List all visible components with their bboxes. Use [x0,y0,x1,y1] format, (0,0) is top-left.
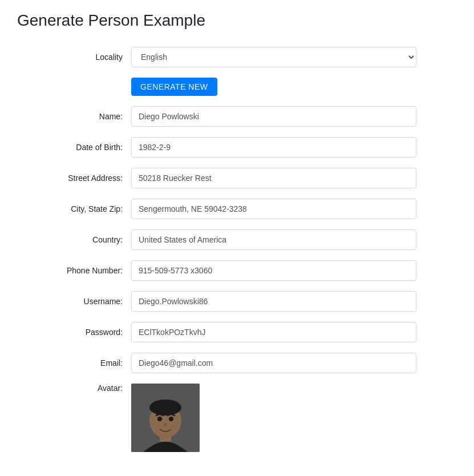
street-address-row: Street Address: [17,168,416,188]
username-label: Username: [17,297,131,306]
username-row: Username: [17,291,416,312]
username-input[interactable] [131,291,416,312]
dob-input[interactable] [131,137,416,158]
generate-new-button[interactable]: GENERATE NEW [131,78,217,96]
name-row: Name: [17,106,416,127]
street-address-label: Street Address: [17,174,131,183]
form-container: Locality English French German Spanish I… [17,47,416,452]
avatar-image [131,384,200,452]
dob-row: Date of Birth: [17,137,416,158]
locality-select[interactable]: English French German Spanish Italian Po… [131,47,416,67]
name-input[interactable] [131,106,416,127]
page-title: Generate Person Example [17,11,457,30]
svg-point-6 [157,417,162,421]
avatar-label: Avatar: [17,384,131,393]
email-label: Email: [17,358,131,368]
phone-number-label: Phone Number: [17,266,131,275]
country-input[interactable] [131,229,416,250]
avatar [131,384,200,452]
city-state-zip-row: City, State Zip: [17,199,416,219]
country-row: Country: [17,229,416,250]
email-input[interactable] [131,353,416,373]
svg-point-5 [149,400,181,416]
dob-label: Date of Birth: [17,143,131,152]
name-label: Name: [17,112,131,121]
city-state-zip-input[interactable] [131,199,416,219]
phone-number-row: Phone Number: [17,260,416,281]
password-row: Password: [17,322,416,342]
locality-row: Locality English French German Spanish I… [17,47,416,67]
city-state-zip-label: City, State Zip: [17,204,131,213]
password-input[interactable] [131,322,416,342]
country-label: Country: [17,235,131,244]
password-label: Password: [17,328,131,337]
email-row: Email: [17,353,416,373]
locality-label: Locality [17,53,131,62]
generate-button-row: GENERATE NEW [131,78,416,96]
avatar-row: Avatar: [17,384,416,452]
phone-number-input[interactable] [131,260,416,281]
street-address-input[interactable] [131,168,416,188]
svg-point-8 [164,423,167,426]
svg-point-7 [169,417,173,421]
